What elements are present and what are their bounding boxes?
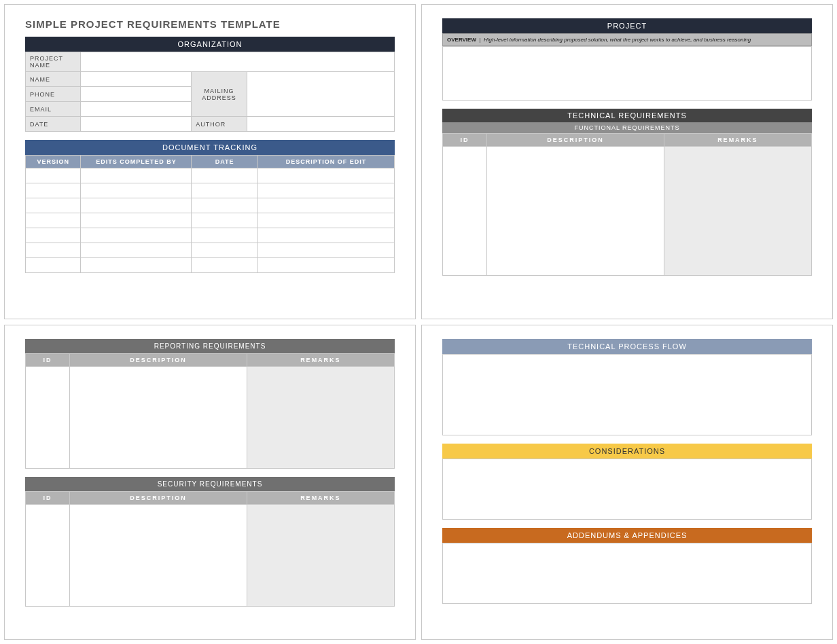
- col-remarks: REMARKS: [247, 492, 394, 505]
- author-value[interactable]: [247, 117, 394, 132]
- reporting-req-header: REPORTING REQUIREMENTS: [25, 339, 395, 353]
- col-id: ID: [443, 134, 487, 147]
- page-1: SIMPLE PROJECT REQUIREMENTS TEMPLATE ORG…: [4, 4, 416, 319]
- reporting-req-table: ID DESCRIPTION REMARKS: [25, 353, 395, 469]
- table-row: [26, 198, 395, 213]
- project-header: PROJECT: [442, 18, 812, 33]
- tech-process-flow-content[interactable]: [442, 354, 812, 435]
- overview-label: OVERVIEW: [447, 37, 476, 43]
- col-remarks: REMARKS: [664, 134, 811, 147]
- overview-desc: High-level information describing propos…: [484, 37, 751, 43]
- col-description: DESCRIPTION: [70, 354, 247, 367]
- project-name-value[interactable]: [81, 52, 395, 72]
- doc-tracking-header: DOCUMENT TRACKING: [25, 140, 395, 155]
- table-row: [26, 168, 395, 183]
- table-row: [26, 367, 395, 469]
- considerations-content[interactable]: [442, 459, 812, 520]
- col-version: VERSION: [26, 156, 81, 168]
- overview-sep: |: [478, 37, 484, 43]
- email-value[interactable]: [81, 102, 192, 117]
- table-row: [26, 213, 395, 228]
- phone-label: PHONE: [26, 87, 81, 102]
- template-title: SIMPLE PROJECT REQUIREMENTS TEMPLATE: [25, 18, 395, 30]
- functional-req-header: FUNCTIONAL REQUIREMENTS: [442, 122, 812, 133]
- mailing-address-value[interactable]: [247, 72, 394, 117]
- overview-content[interactable]: [442, 46, 812, 101]
- col-id: ID: [26, 354, 70, 367]
- page-4: TECHNICAL PROCESS FLOW CONSIDERATIONS AD…: [421, 325, 833, 640]
- table-row: [26, 183, 395, 198]
- col-description: DESCRIPTION: [487, 134, 664, 147]
- security-req-header: SECURITY REQUIREMENTS: [25, 477, 395, 491]
- addendums-content[interactable]: [442, 543, 812, 604]
- col-description: DESCRIPTION: [70, 492, 247, 505]
- page-2: PROJECT OVERVIEW | High-level informatio…: [421, 4, 833, 319]
- organization-table: PROJECT NAME NAME MAILING ADDRESS PHONE …: [25, 52, 395, 132]
- functional-req-table: ID DESCRIPTION REMARKS: [442, 133, 812, 276]
- col-id: ID: [26, 492, 70, 505]
- col-remarks: REMARKS: [247, 354, 394, 367]
- security-req-table: ID DESCRIPTION REMARKS: [25, 491, 395, 607]
- phone-value[interactable]: [81, 87, 192, 102]
- mailing-address-label: MAILING ADDRESS: [192, 72, 247, 117]
- table-row: [26, 228, 395, 243]
- project-name-label: PROJECT NAME: [26, 52, 81, 72]
- date-value[interactable]: [81, 117, 192, 132]
- addendums-header: ADDENDUMS & APPENDICES: [442, 528, 812, 543]
- col-description: DESCRIPTION OF EDIT: [258, 156, 395, 168]
- table-row: [26, 505, 395, 607]
- table-row: [26, 243, 395, 258]
- email-label: EMAIL: [26, 102, 81, 117]
- name-label: NAME: [26, 72, 81, 87]
- date-label: DATE: [26, 117, 81, 132]
- name-value[interactable]: [81, 72, 192, 87]
- table-row: [443, 147, 812, 276]
- considerations-header: CONSIDERATIONS: [442, 444, 812, 459]
- tech-process-flow-header: TECHNICAL PROCESS FLOW: [442, 339, 812, 354]
- page-3: REPORTING REQUIREMENTS ID DESCRIPTION RE…: [4, 325, 416, 640]
- author-label: AUTHOR: [192, 117, 247, 132]
- col-edits-by: EDITS COMPLETED BY: [81, 156, 192, 168]
- overview-bar: OVERVIEW | High-level information descri…: [442, 33, 812, 46]
- col-date: DATE: [192, 156, 258, 168]
- organization-header: ORGANIZATION: [25, 37, 395, 52]
- tech-req-header: TECHNICAL REQUIREMENTS: [442, 109, 812, 122]
- table-row: [26, 258, 395, 273]
- doc-tracking-table: VERSION EDITS COMPLETED BY DATE DESCRIPT…: [25, 155, 395, 273]
